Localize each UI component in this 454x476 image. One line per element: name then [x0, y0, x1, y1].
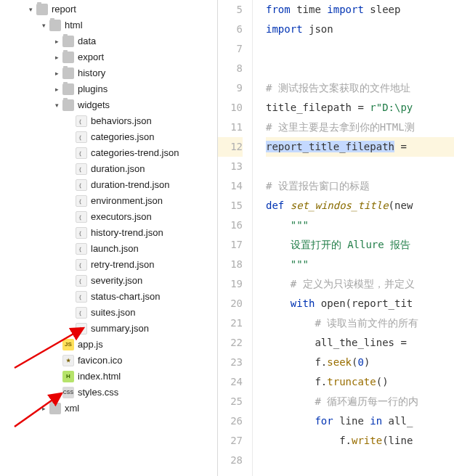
tree-node[interactable]: ▸{ }environment.json: [0, 193, 217, 209]
tree-node[interactable]: ▸plugins: [0, 81, 217, 97]
svg-text:{ }: { }: [78, 279, 85, 284]
tree-node[interactable]: ▸export: [0, 49, 217, 65]
code-line[interactable]: # 这里主要是去拿到你的HTML测: [266, 118, 454, 137]
tree-node[interactable]: ▸JSapp.js: [0, 337, 217, 353]
json-icon: { }: [76, 131, 87, 143]
line-number: 21: [218, 313, 243, 333]
tree-node-label: plugins: [78, 82, 108, 97]
code-line[interactable]: all_the_lines =: [266, 333, 454, 353]
chevron-right-icon[interactable]: ▸: [52, 34, 61, 49]
code-line[interactable]: title_filepath = r"D:\py: [266, 98, 454, 118]
tree-node[interactable]: ▸{ }categories-trend.json: [0, 145, 217, 161]
svg-text:{ }: { }: [78, 151, 85, 157]
tree-node[interactable]: ▸{ }suites.json: [0, 305, 217, 321]
code-line[interactable]: """: [266, 216, 454, 235]
code-line[interactable]: [266, 157, 454, 176]
line-number: 17: [218, 235, 243, 255]
tree-node[interactable]: ▸{ }categories.json: [0, 129, 217, 145]
chevron-right-icon[interactable]: ▸: [52, 82, 61, 97]
line-number: 23: [218, 353, 243, 372]
code-line[interactable]: for line in all_: [266, 411, 454, 431]
code-content[interactable]: from time import sleepimport json# 测试报告文…: [253, 0, 454, 476]
tree-node[interactable]: ▸{ }status-chart.json: [0, 289, 217, 305]
code-line[interactable]: [266, 451, 454, 470]
tree-node[interactable]: ▸CSSstyles.css: [0, 385, 217, 401]
tree-node-label: duration.json: [91, 162, 145, 176]
chevron-down-icon[interactable]: ▾: [39, 18, 48, 33]
tree-node[interactable]: ▸{ }executors.json: [0, 209, 217, 225]
tree-node[interactable]: ▸data: [0, 33, 217, 49]
tree-node[interactable]: ▾html: [0, 17, 217, 33]
tree-node[interactable]: ▸{ }duration.json: [0, 161, 217, 177]
code-line[interactable]: f.truncate(): [266, 372, 454, 392]
code-line[interactable]: with open(report_tit: [266, 294, 454, 313]
css-icon: CSS: [62, 387, 74, 398]
tree-node-label: report: [52, 2, 76, 17]
tree-node-label: favicon.ico: [78, 353, 122, 368]
tree-node[interactable]: ▸{ }history-trend.json: [0, 225, 217, 241]
tree-node[interactable]: ▸{ }severity.json: [0, 273, 217, 289]
tree-node[interactable]: ▸{ }launch.json: [0, 241, 217, 257]
code-line[interactable]: [266, 39, 454, 59]
line-number: 16: [218, 216, 243, 235]
code-line[interactable]: f.write(line: [266, 431, 454, 451]
line-number: 13: [218, 157, 243, 176]
json-icon: { }: [76, 275, 87, 287]
tree-node-label: behaviors.json: [91, 114, 152, 128]
tree-node[interactable]: ▸{ }behaviors.json: [0, 113, 217, 129]
svg-text:{ }: { }: [78, 135, 85, 141]
svg-text:{ }: { }: [78, 231, 85, 237]
tree-node-label: history-trend.json: [91, 226, 163, 240]
code-editor[interactable]: 5678910111213141516171819202122232425262…: [218, 0, 454, 476]
code-line[interactable]: """: [266, 255, 454, 274]
json-icon: { }: [76, 259, 87, 271]
code-line[interactable]: from time import sleep: [266, 0, 454, 20]
line-number: 10: [218, 98, 243, 118]
code-line[interactable]: [266, 59, 454, 78]
json-icon: { }: [76, 227, 87, 239]
tree-node-label: duration-trend.json: [91, 178, 169, 192]
line-number: 20: [218, 294, 243, 313]
chevron-down-icon[interactable]: ▾: [26, 2, 35, 17]
tree-node[interactable]: ▸history: [0, 65, 217, 81]
tree-node[interactable]: ▾widgets: [0, 97, 217, 113]
line-number: 25: [218, 392, 243, 411]
line-number: 22: [218, 333, 243, 353]
line-number: 24: [218, 372, 243, 392]
line-number: 14: [218, 176, 243, 196]
code-line[interactable]: # 测试报告文案获取的文件地址: [266, 78, 454, 98]
tree-node[interactable]: ▸{ }duration-trend.json: [0, 177, 217, 193]
json-icon: { }: [76, 195, 87, 207]
svg-text:{ }: { }: [78, 295, 85, 300]
tree-node-label: xml: [65, 401, 79, 416]
code-line[interactable]: # 定义为只读模型，并定义: [266, 274, 454, 294]
tree-node[interactable]: ▸{ }summary.json: [0, 321, 217, 337]
chevron-right-icon[interactable]: ▸: [52, 66, 61, 81]
tree-node[interactable]: ▸★favicon.ico: [0, 353, 217, 369]
tree-node[interactable]: ▸xml: [0, 401, 217, 416]
line-number: 28: [218, 451, 243, 470]
tree-node[interactable]: ▸Hindex.html: [0, 369, 217, 385]
code-line[interactable]: 设置打开的 Allure 报告: [266, 235, 454, 255]
code-line[interactable]: def set_windos_title(new: [266, 196, 454, 216]
tree-node[interactable]: ▸{ }retry-trend.json: [0, 257, 217, 273]
tree-node-label: summary.json: [91, 321, 149, 336]
json-icon: { }: [76, 323, 87, 335]
code-line[interactable]: # 循环遍历每一行的内: [266, 392, 454, 411]
code-line[interactable]: # 读取当前文件的所有: [266, 313, 454, 333]
tree-node[interactable]: ▾report: [0, 1, 217, 17]
code-line[interactable]: f.seek(0): [266, 353, 454, 372]
chevron-down-icon[interactable]: ▾: [52, 98, 61, 112]
svg-text:{ }: { }: [78, 311, 85, 316]
code-line[interactable]: report_title_filepath =: [266, 137, 454, 157]
file-tree[interactable]: ▾report▾html▸data▸export▸history▸plugins…: [0, 1, 217, 416]
chevron-right-icon[interactable]: ▸: [39, 401, 48, 416]
chevron-right-icon[interactable]: ▸: [52, 50, 61, 65]
svg-text:{ }: { }: [78, 199, 85, 205]
folder-icon: [49, 20, 61, 31]
tree-node-label: export: [78, 50, 104, 65]
folder-icon: [62, 36, 74, 47]
tree-node-label: launch.json: [91, 242, 139, 256]
code-line[interactable]: import json: [266, 20, 454, 39]
code-line[interactable]: # 设置报告窗口的标题: [266, 176, 454, 196]
